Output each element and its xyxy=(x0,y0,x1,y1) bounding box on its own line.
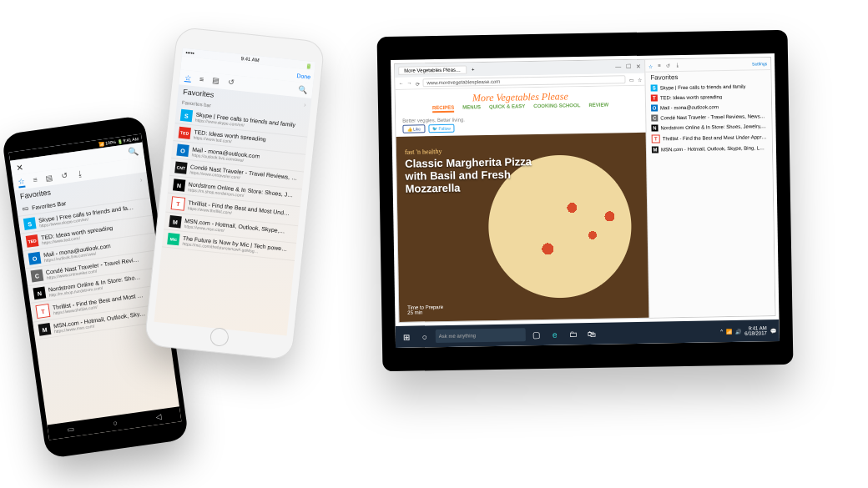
volume-icon[interactable]: 🔊 xyxy=(735,328,741,334)
favorites-tab-icon[interactable]: ☆ xyxy=(648,63,653,68)
done-button[interactable]: Done xyxy=(296,73,310,80)
action-center-icon[interactable]: 💬 xyxy=(770,328,776,334)
hero-image: fast 'n healthy Classic Margherita Pizza… xyxy=(396,133,649,322)
item-title: Nordstrom Online & In Store: Shoes, Jewe… xyxy=(660,123,766,130)
list-item[interactable]: MMSN.com - Hotmail, Outlook, Skype, Bing… xyxy=(647,143,772,155)
edge-taskbar-icon[interactable]: e xyxy=(548,327,563,342)
nav-item[interactable]: MENUS xyxy=(462,104,481,112)
books-tab-icon[interactable]: ▤ xyxy=(212,76,220,85)
downloads-tab-icon[interactable]: ⭳ xyxy=(675,63,680,68)
maximize-icon[interactable]: ☐ xyxy=(626,63,631,70)
clock[interactable]: 9:41 AM6/18/2017 xyxy=(744,325,767,335)
favorites-bar-label: Favorites Bar xyxy=(32,200,67,211)
new-tab-button[interactable]: + xyxy=(472,67,475,72)
iphone: ••••• 9:41 AM 🔋 Done ☆ ≡ ▤ ↺ 🔍 Favorites… xyxy=(144,27,325,361)
item-title: TED: Ideas worth spreading xyxy=(660,94,722,100)
home-button[interactable] xyxy=(209,327,230,347)
forward-icon[interactable]: → xyxy=(406,81,411,86)
favicon: CNT xyxy=(174,161,187,174)
explorer-icon[interactable]: 🗀 xyxy=(566,326,581,341)
history-tab-icon[interactable]: ↺ xyxy=(61,171,68,180)
favicon: T xyxy=(35,304,50,319)
hero-category-label: fast 'n healthy xyxy=(405,148,442,156)
history-tab-icon[interactable]: ↺ xyxy=(666,63,670,68)
search-icon[interactable]: 🔍 xyxy=(298,85,308,94)
settings-link[interactable]: Settings xyxy=(752,61,767,66)
favicon: N xyxy=(33,286,46,299)
close-icon[interactable]: ✕ xyxy=(636,63,641,70)
taskbar: ⊞ ○ Ask me anything ▢ e 🗀 🛍 ^ 📶 🔊 9:41 A… xyxy=(396,319,780,348)
favicon: N xyxy=(651,124,658,131)
favicon: M xyxy=(169,215,181,228)
nav-item[interactable]: QUICK & EASY xyxy=(489,103,525,112)
battery-icon: 🔋 xyxy=(305,63,312,69)
item-title: Skype | Free calls to friends and family xyxy=(660,84,746,91)
favicon: T xyxy=(652,134,660,143)
folder-icon: ▭ xyxy=(22,204,29,213)
nav-item[interactable]: REVIEW xyxy=(588,102,608,109)
window-controls: — ☐ ✕ xyxy=(615,63,641,71)
favorites-tab-icon[interactable]: ☆ xyxy=(18,176,26,188)
favorites-title: Favorites xyxy=(183,88,214,99)
history-tab-icon[interactable]: ↺ xyxy=(228,78,235,87)
url-input[interactable]: www.morevegetablesplease.com xyxy=(422,75,625,87)
cortana-icon[interactable]: ○ xyxy=(417,329,432,344)
item-title: Condé Nast Traveler - Travel Reviews, Ne… xyxy=(660,113,766,120)
page-content: More Vegetables Please RECIPESMENUSQUICK… xyxy=(396,86,649,322)
favicon: C xyxy=(651,114,658,121)
tablet-screen: More Vegetables Pleas… + — ☐ ✕ ← → ⟳ www… xyxy=(391,53,780,348)
back-icon[interactable]: ◁ xyxy=(155,413,162,422)
store-icon[interactable]: 🛍 xyxy=(584,326,599,341)
reading-list-tab-icon[interactable]: ≡ xyxy=(33,175,38,184)
favicon: S xyxy=(23,217,37,230)
favicon: N xyxy=(173,179,185,191)
site-header: More Vegetables Please RECIPESMENUSQUICK… xyxy=(396,86,646,117)
like-button[interactable]: 👍 Like xyxy=(402,124,425,133)
signal-icon: ••••• xyxy=(185,50,194,56)
system-tray: ^ 📶 🔊 9:41 AM6/18/2017 💬 xyxy=(720,325,776,336)
reading-list-tab-icon[interactable]: ≡ xyxy=(658,63,661,68)
chevron-right-icon[interactable]: › xyxy=(303,101,306,108)
close-icon[interactable]: ✕ xyxy=(15,162,23,172)
favicon: M xyxy=(38,323,52,336)
home-icon[interactable]: ○ xyxy=(113,419,119,428)
browser-tab[interactable]: More Vegetables Pleas… xyxy=(398,65,467,74)
edge-window: More Vegetables Pleas… + — ☐ ✕ ← → ⟳ www… xyxy=(394,57,775,323)
reading-view-icon[interactable]: ▭ xyxy=(628,76,633,82)
books-tab-icon[interactable]: ▤ xyxy=(45,174,53,183)
favicon: T xyxy=(651,94,658,101)
favicon: C xyxy=(31,269,44,283)
recent-apps-icon[interactable]: ▭ xyxy=(67,425,75,434)
minimize-icon[interactable]: — xyxy=(615,63,621,70)
favicon: TED xyxy=(179,127,191,139)
surface-tablet: More Vegetables Pleas… + — ☐ ✕ ← → ⟳ www… xyxy=(377,30,794,372)
favicon: M xyxy=(652,146,659,153)
favorites-list: SSkype | Free calls to friends and famil… xyxy=(162,106,310,261)
nav-item[interactable]: RECIPES xyxy=(432,105,454,113)
browser-main: More Vegetables Pleas… + — ☐ ✕ ← → ⟳ www… xyxy=(395,60,648,322)
favicon: S xyxy=(180,109,193,122)
favorite-star-icon[interactable]: ☆ xyxy=(637,76,641,82)
reading-list-tab-icon[interactable]: ≡ xyxy=(199,75,204,83)
favorites-panel: ☆ ≡ ↺ ⭳ Settings Favorites SSkype | Free… xyxy=(644,58,775,318)
taskbar-search[interactable]: Ask me anything xyxy=(436,328,526,343)
refresh-icon[interactable]: ⟳ xyxy=(415,80,419,86)
favicon: S xyxy=(651,84,658,91)
favicon: Mic xyxy=(167,233,179,245)
chevron-right-icon[interactable]: › xyxy=(139,175,143,183)
tray-up-icon[interactable]: ^ xyxy=(720,329,723,334)
search-icon[interactable]: 🔍 xyxy=(128,146,139,157)
follow-button[interactable]: 🐦 Follow xyxy=(428,124,455,133)
task-view-icon[interactable]: ▢ xyxy=(529,327,544,342)
back-icon[interactable]: ← xyxy=(398,81,403,86)
hero-meta: Time to Prepare 25 min xyxy=(407,304,443,315)
wifi-icon[interactable]: 📶 xyxy=(726,328,732,334)
clock-label: 9:41 AM xyxy=(240,56,260,63)
nav-item[interactable]: COOKING SCHOOL xyxy=(533,103,580,111)
favorites-list: SSkype | Free calls to friends and fa…ht… xyxy=(18,199,167,340)
hero-title: Classic Margherita Pizza with Basil and … xyxy=(405,156,539,196)
start-icon[interactable]: ⊞ xyxy=(399,330,414,345)
downloads-tab-icon[interactable]: ⭳ xyxy=(76,169,84,179)
favicon: O xyxy=(176,144,189,157)
favorites-tab-icon[interactable]: ☆ xyxy=(184,73,192,83)
